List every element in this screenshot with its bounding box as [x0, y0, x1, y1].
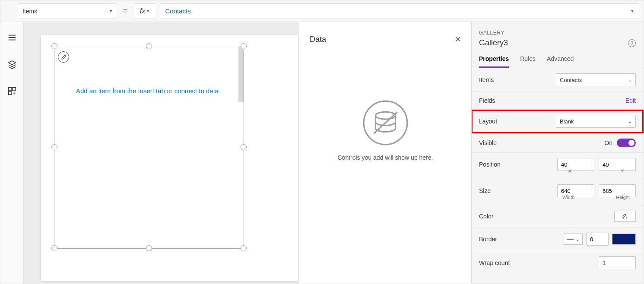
control-type-label: GALLERY — [479, 30, 636, 36]
chevron-down-icon: ▾ — [631, 8, 634, 14]
color-picker[interactable] — [614, 211, 636, 222]
chevron-down-icon: ⌄ — [628, 119, 632, 124]
size-h-label: Height — [616, 195, 630, 200]
apps-icon[interactable] — [7, 86, 17, 96]
items-select[interactable]: Contacts ⌄ — [556, 73, 636, 86]
svg-rect-4 — [8, 88, 11, 91]
data-pane: Data ✕ Controls you add will show up her… — [299, 22, 472, 284]
visible-toggle[interactable] — [617, 139, 636, 147]
prop-size-label: Size — [479, 187, 491, 194]
prop-wrap-label: Wrap count — [479, 259, 510, 266]
paint-icon — [622, 213, 628, 219]
resize-handle[interactable] — [51, 144, 57, 150]
chevron-down-icon: ⌄ — [576, 237, 580, 242]
tab-advanced[interactable]: Advanced — [547, 55, 574, 68]
screen-page: Add an item from the Insert tab or conne… — [41, 35, 298, 281]
svg-rect-6 — [8, 92, 11, 95]
svg-marker-3 — [8, 61, 16, 65]
svg-point-12 — [626, 217, 627, 218]
chevron-down-icon: ▾ — [110, 8, 112, 14]
prop-border-label: Border — [479, 236, 497, 243]
layers-icon[interactable] — [7, 60, 17, 69]
resize-handle[interactable] — [51, 245, 57, 251]
edit-icon[interactable] — [58, 51, 69, 63]
tab-properties[interactable]: Properties — [479, 55, 509, 68]
pos-y-label: Y — [621, 168, 624, 174]
fx-button[interactable]: fx▾ — [134, 3, 155, 19]
close-icon[interactable]: ✕ — [455, 35, 461, 44]
items-select-value: Contacts — [560, 77, 582, 83]
size-w-label: Width — [562, 195, 574, 200]
formula-bar: Items ▾ = fx▾ Contacts ▾ — [0, 0, 644, 22]
property-selector[interactable]: Items ▾ — [18, 3, 117, 19]
database-empty-icon — [363, 100, 408, 145]
border-color-picker[interactable] — [612, 234, 636, 245]
fx-icon: fx — [140, 7, 145, 15]
prop-border: Border ⌄ — [471, 227, 644, 251]
gallery-scrollbar[interactable] — [238, 46, 244, 102]
prop-color: Color — [471, 205, 644, 227]
resize-handle[interactable] — [146, 43, 152, 49]
properties-tabs: Properties Rules Advanced — [471, 55, 644, 68]
chevron-down-icon: ▾ — [147, 8, 149, 14]
control-name: Gallery3 — [479, 38, 508, 47]
tab-rules[interactable]: Rules — [520, 55, 536, 68]
prop-position-label: Position — [479, 161, 501, 168]
canvas-area[interactable]: Add an item from the Insert tab or conne… — [24, 22, 471, 284]
formula-input[interactable]: Contacts ▾ — [160, 3, 639, 19]
resize-handle[interactable] — [241, 144, 247, 150]
gallery-control[interactable]: Add an item from the Insert tab or conne… — [54, 46, 244, 249]
prop-items: Items Contacts ⌄ — [471, 68, 644, 92]
data-empty-text: Controls you add will show up here. — [337, 154, 433, 161]
prop-color-label: Color — [479, 213, 493, 220]
resize-handle[interactable] — [241, 245, 247, 251]
gallery-hint: Add an item from the Insert tab or conne… — [76, 87, 219, 95]
property-selector-label: Items — [22, 8, 37, 15]
prop-layout: Layout Blank ⌄ — [471, 110, 644, 133]
gallery-hint-text: Add an item from the Insert tab — [76, 87, 165, 95]
layout-select[interactable]: Blank ⌄ — [556, 115, 636, 128]
pos-x-label: X — [568, 168, 571, 174]
wrap-count-input[interactable] — [599, 256, 636, 269]
visible-state-text: On — [604, 139, 612, 146]
properties-panel: GALLERY Gallery3 ? Properties Rules Adva… — [471, 22, 644, 284]
data-empty-state: Controls you add will show up here. — [310, 100, 461, 161]
prop-layout-label: Layout — [479, 118, 497, 125]
resize-handle[interactable] — [241, 43, 247, 49]
formula-text: Contacts — [165, 7, 191, 15]
prop-fields-label: Fields — [479, 97, 495, 104]
chevron-down-icon: ⌄ — [628, 77, 632, 83]
help-icon[interactable]: ? — [628, 39, 636, 47]
border-width-input[interactable] — [586, 233, 609, 246]
prop-items-label: Items — [479, 76, 494, 83]
resize-handle[interactable] — [146, 245, 152, 251]
prop-visible-label: Visible — [479, 139, 497, 146]
prop-fields: Fields Edit — [471, 92, 644, 110]
border-style-select[interactable]: ⌄ — [564, 234, 583, 245]
equals-sign: = — [121, 6, 130, 16]
left-rail — [0, 22, 24, 284]
connect-data-link[interactable]: connect to data — [174, 87, 219, 95]
gallery-hint-or: or — [167, 87, 174, 95]
prop-position-sub: X Y — [471, 172, 644, 179]
svg-rect-5 — [12, 88, 15, 91]
resize-handle[interactable] — [51, 43, 57, 49]
prop-wrap-count: Wrap count — [471, 251, 644, 275]
prop-visible: Visible On — [471, 133, 644, 153]
data-pane-title: Data — [310, 35, 326, 44]
prop-size-sub: Width Height — [471, 198, 644, 205]
fields-edit-link[interactable]: Edit — [625, 97, 636, 104]
hamburger-icon[interactable] — [7, 33, 17, 42]
layout-select-value: Blank — [560, 118, 574, 125]
